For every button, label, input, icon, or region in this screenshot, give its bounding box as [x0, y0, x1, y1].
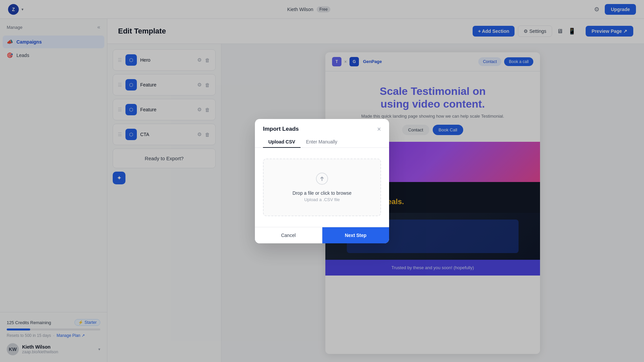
import-leads-modal: Import Leads × Upload CSV Enter Manually… — [255, 119, 389, 243]
modal-footer: Cancel Next Step — [255, 227, 389, 243]
tab-enter-manually[interactable]: Enter Manually — [301, 136, 342, 148]
upload-sub-text: Upload a .CSV file — [270, 197, 374, 202]
tab-upload-csv[interactable]: Upload CSV — [263, 136, 301, 148]
modal-title: Import Leads — [263, 126, 299, 132]
modal-overlay[interactable]: Import Leads × Upload CSV Enter Manually… — [0, 0, 644, 362]
upload-area[interactable]: Drop a file or click to browse Upload a … — [263, 159, 381, 216]
upload-drop-text: Drop a file or click to browse — [270, 190, 374, 196]
modal-close-button[interactable]: × — [377, 126, 381, 132]
next-step-button[interactable]: Next Step — [322, 227, 389, 243]
modal-body: Drop a file or click to browse Upload a … — [255, 148, 389, 227]
modal-header: Import Leads × — [255, 119, 389, 136]
cancel-button[interactable]: Cancel — [255, 227, 322, 243]
modal-tabs: Upload CSV Enter Manually — [255, 136, 389, 148]
upload-icon — [270, 173, 374, 187]
